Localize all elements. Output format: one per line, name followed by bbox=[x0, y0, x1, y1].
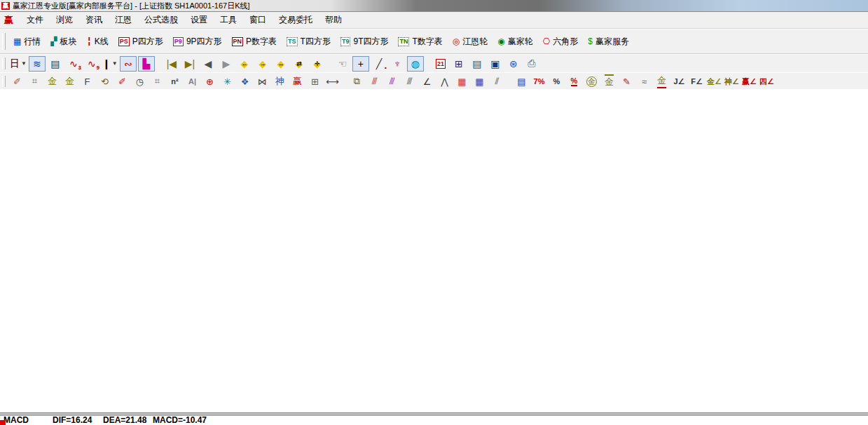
ying-grid-button[interactable]: 赢 bbox=[289, 74, 305, 88]
p-number-table-button[interactable]: PNP数字表 bbox=[227, 34, 282, 49]
menu-0[interactable]: 文件 bbox=[20, 13, 50, 27]
star-wheel-button[interactable]: ✳ bbox=[219, 74, 235, 88]
menu-4[interactable]: 公式选股 bbox=[138, 13, 184, 27]
gann-wheel-button[interactable]: ◎江恩轮 bbox=[448, 34, 492, 49]
gold-circle-button[interactable]: 金 bbox=[584, 74, 600, 88]
spiral-button[interactable]: ⟲ bbox=[97, 74, 113, 88]
t-number-table-button[interactable]: TNT数字表 bbox=[393, 34, 447, 49]
fit-all-button[interactable]: ◆✛ bbox=[309, 56, 326, 72]
t-square-button[interactable]: TST四方形 bbox=[282, 34, 336, 49]
grid-tool-button[interactable]: ⌗ bbox=[27, 74, 43, 88]
9t-square-button[interactable]: T99T四方形 bbox=[336, 34, 394, 49]
notes-button[interactable]: ▤ bbox=[469, 56, 485, 72]
gann-circle-button[interactable]: ⊕ bbox=[202, 74, 218, 88]
last-page-button[interactable]: ▶| bbox=[181, 56, 198, 72]
menu-6[interactable]: 工具 bbox=[214, 13, 243, 27]
h-measure-button[interactable]: ⟷ bbox=[324, 74, 340, 88]
wave9-button[interactable]: ∿9 bbox=[83, 56, 100, 72]
chart-area[interactable] bbox=[0, 89, 868, 412]
eraser-button[interactable]: ✐ bbox=[9, 74, 25, 88]
quotes-button[interactable]: ▦行情 bbox=[8, 34, 46, 49]
crosshair-button[interactable]: + bbox=[352, 56, 369, 72]
expand-h-button[interactable]: ◆↔ bbox=[273, 56, 289, 72]
prev-button[interactable]: ◀ bbox=[200, 56, 216, 72]
first-page-button[interactable]: |◀ bbox=[163, 56, 180, 72]
n-square-button[interactable]: n² bbox=[167, 74, 183, 88]
menu-1[interactable]: 浏览 bbox=[50, 13, 79, 27]
hexagon-button[interactable]: ⎔六角形 bbox=[538, 34, 583, 49]
menu-2[interactable]: 资讯 bbox=[79, 13, 109, 27]
a-channel-button[interactable]: A| bbox=[184, 74, 200, 88]
menu-5[interactable]: 设置 bbox=[184, 13, 214, 27]
toolbar-grip[interactable] bbox=[2, 33, 6, 50]
segment-button[interactable]: ╱• bbox=[371, 56, 387, 72]
network-button[interactable]: ⊛ bbox=[505, 56, 522, 72]
hash2-button[interactable]: ⌗ bbox=[149, 74, 165, 88]
wave-overlay-button[interactable]: ≈ bbox=[636, 74, 652, 88]
boxed-fan2-button[interactable]: ⫻ bbox=[401, 74, 418, 88]
toolbar-grip[interactable] bbox=[2, 58, 6, 70]
zigzag-button[interactable]: ⋀ bbox=[436, 74, 453, 88]
gold-angle-button[interactable]: 金∠ bbox=[706, 74, 722, 88]
sectors-button[interactable]: ▞板块 bbox=[46, 34, 81, 49]
next-button[interactable]: ▶ bbox=[218, 56, 235, 72]
marker-pen-button[interactable]: ✎ bbox=[619, 74, 635, 88]
menu-3[interactable]: 江恩 bbox=[109, 13, 138, 27]
shen-angle-button[interactable]: 神∠ bbox=[724, 74, 740, 88]
wave3-button[interactable]: ∿3 bbox=[65, 56, 82, 72]
scroll-left-button[interactable]: ◆← bbox=[236, 56, 253, 72]
matrix-arrow-button[interactable]: ▦ bbox=[471, 74, 488, 88]
p-square-button[interactable]: PSP四方形 bbox=[113, 34, 168, 49]
shen-grid-button[interactable]: 神 bbox=[272, 74, 288, 88]
gann-tool-button[interactable]: ♆ bbox=[389, 56, 406, 72]
candle-style-button[interactable]: ❙▼ bbox=[102, 56, 118, 72]
calendar-button[interactable]: 21 bbox=[432, 56, 449, 72]
wave-mark-button[interactable]: ⋈ bbox=[254, 74, 270, 88]
menu-7[interactable]: 窗口 bbox=[243, 13, 273, 27]
scroll-right-button[interactable]: ◆→ bbox=[254, 56, 271, 72]
save-button[interactable]: ▣ bbox=[487, 56, 504, 72]
j-angle-button[interactable]: J∠ bbox=[671, 74, 687, 88]
boxed-fan-button[interactable]: ⫻ bbox=[384, 74, 400, 88]
menu-8[interactable]: 交易委托 bbox=[273, 13, 319, 27]
pan-hand-button[interactable]: ☜ bbox=[334, 56, 351, 72]
f-angle-button[interactable]: F∠ bbox=[689, 74, 705, 88]
level-stats-button[interactable]: ▤ bbox=[514, 74, 530, 88]
ying-angle-button[interactable]: 赢∠ bbox=[741, 74, 757, 88]
histogram-button[interactable]: ▙ bbox=[138, 56, 155, 72]
zoom-wave-button[interactable]: ≋ bbox=[29, 56, 46, 72]
f-grid-button[interactable]: F bbox=[79, 74, 95, 88]
print-button[interactable]: ⎙ bbox=[523, 56, 540, 72]
kline-button[interactable]: ╏K线 bbox=[82, 34, 113, 49]
percent-button[interactable]: % bbox=[549, 74, 565, 88]
parallel-lines-button[interactable]: ⫽ bbox=[489, 74, 505, 88]
candlestick-chart[interactable] bbox=[0, 89, 868, 412]
compress-h-button[interactable]: ◆⇄ bbox=[291, 56, 308, 72]
matrix-button[interactable]: ▦ bbox=[454, 74, 470, 88]
gann-fan-button[interactable]: ⫻ bbox=[366, 74, 383, 88]
gold-underline-button[interactable]: 金 bbox=[654, 74, 670, 88]
menu-9[interactable]: 帮助 bbox=[319, 13, 348, 27]
indicator-label[interactable]: MACD bbox=[4, 415, 29, 425]
pct-strike-button[interactable]: 7% bbox=[531, 74, 547, 88]
analysis-button[interactable]: ◍ bbox=[407, 56, 424, 72]
angle-lines-button[interactable]: ∠ bbox=[419, 74, 435, 88]
time-dial-button[interactable]: ◷ bbox=[132, 74, 148, 88]
winner-wheel-button[interactable]: ◉赢家轮 bbox=[492, 34, 537, 49]
red-brush-button[interactable]: ✐ bbox=[114, 74, 130, 88]
pattern-button[interactable]: ∾ bbox=[120, 56, 137, 72]
period-day-button[interactable]: 日▼ bbox=[9, 56, 27, 72]
calculator-button[interactable]: ⊞ bbox=[450, 56, 467, 72]
info-panel-button[interactable]: ▤ bbox=[47, 56, 64, 72]
number-grid-button[interactable]: ⊞ bbox=[307, 74, 323, 88]
9p-square-button[interactable]: P99P四方形 bbox=[168, 34, 227, 49]
gold-topline-button[interactable]: 金 bbox=[601, 74, 617, 88]
pct-line-button[interactable]: % bbox=[566, 74, 582, 88]
winner-service-button[interactable]: $赢家服务 bbox=[583, 34, 634, 49]
boxed-star-button[interactable]: ❖ bbox=[237, 74, 253, 88]
toolbar-grip[interactable] bbox=[2, 76, 6, 88]
gold-grid-button[interactable]: 金 bbox=[44, 74, 60, 88]
si-angle-button[interactable]: 四∠ bbox=[759, 74, 775, 88]
rect-tool-button[interactable]: ⧉ bbox=[349, 74, 365, 88]
gold-grid2-button[interactable]: 金 bbox=[62, 74, 78, 88]
